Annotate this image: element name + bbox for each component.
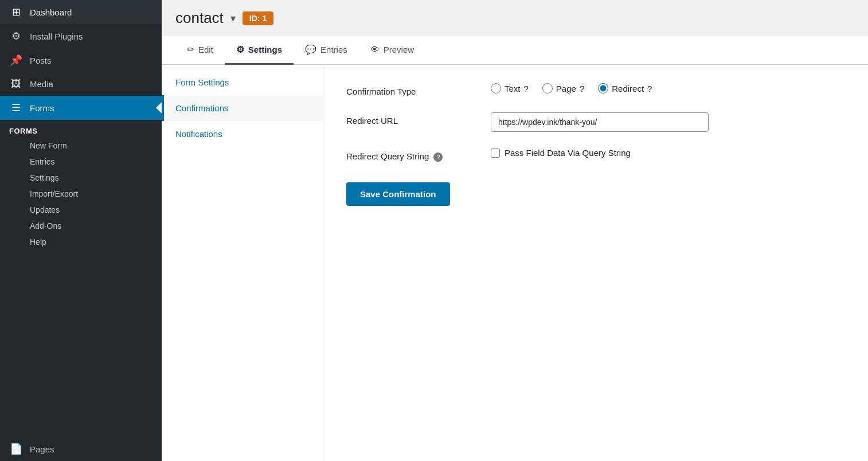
radio-page-input[interactable] — [542, 83, 553, 93]
tab-edit[interactable]: ✏ Edit — [175, 36, 225, 65]
sidebar-sub-updates[interactable]: Updates — [0, 202, 162, 218]
radio-redirect-label: Redirect — [612, 84, 644, 93]
confirmation-type-row: Confirmation Type Text ? Page ? — [346, 83, 845, 96]
gear-icon: ⚙ — [9, 30, 23, 42]
sidebar-item-label: Media — [30, 79, 53, 89]
preview-icon: 👁 — [370, 45, 380, 55]
pages-icon: 📄 — [9, 443, 23, 455]
radio-text-input[interactable] — [491, 83, 501, 93]
sidebar-sub-add-ons[interactable]: Add-Ons — [0, 218, 162, 234]
settings-nav-form-settings[interactable]: Form Settings — [162, 69, 323, 95]
page-help-icon[interactable]: ? — [580, 84, 584, 93]
sidebar-item-forms[interactable]: ☰ Forms — [0, 96, 162, 120]
tab-entries[interactable]: 💬 Entries — [294, 36, 359, 65]
redirect-url-value — [491, 112, 709, 132]
radio-redirect[interactable]: Redirect ? — [598, 83, 652, 93]
chevron-down-icon[interactable]: ▾ — [230, 12, 236, 25]
save-confirmation-row: Save Confirmation — [346, 178, 845, 206]
sidebar-item-dashboard[interactable]: ⊞ Dashboard — [0, 0, 162, 24]
tab-settings[interactable]: ⚙ Settings — [225, 36, 294, 65]
redirect-query-string-row: Redirect Query String ? Pass Field Data … — [346, 148, 845, 162]
radio-text[interactable]: Text ? — [491, 83, 529, 93]
sidebar-item-media[interactable]: 🖼 Media — [0, 72, 162, 96]
confirmation-type-options: Text ? Page ? Redirect ? — [491, 83, 652, 93]
content-area: Form Settings Confirmations Notification… — [162, 65, 868, 461]
sidebar: ⊞ Dashboard ⚙ Install Plugins 📌 Posts 🖼 … — [0, 0, 162, 461]
dashboard-icon: ⊞ — [9, 6, 23, 18]
radio-page-label: Page — [556, 84, 576, 93]
settings-nav-notifications[interactable]: Notifications — [162, 121, 323, 147]
settings-icon: ⚙ — [236, 44, 244, 55]
pass-field-data-label: Pass Field Data Via Query String — [505, 148, 631, 158]
confirmation-type-label: Confirmation Type — [346, 83, 472, 96]
form-id-badge: ID: 1 — [243, 11, 273, 25]
radio-text-label: Text — [505, 84, 521, 93]
radio-redirect-input[interactable] — [598, 83, 608, 93]
forms-icon: ☰ — [9, 101, 23, 114]
settings-nav: Form Settings Confirmations Notification… — [162, 65, 323, 461]
redirect-url-row: Redirect URL — [346, 112, 845, 132]
sidebar-sub-help[interactable]: Help — [0, 234, 162, 250]
tab-preview[interactable]: 👁 Preview — [359, 36, 425, 65]
edit-icon: ✏ — [187, 44, 194, 55]
sidebar-item-label: Posts — [30, 56, 52, 65]
pass-field-data-checkbox-label[interactable]: Pass Field Data Via Query String — [491, 148, 631, 158]
settings-panel: Confirmation Type Text ? Page ? — [323, 65, 868, 461]
main-panel: contact ▾ ID: 1 ✏ Edit ⚙ Settings 💬 Entr… — [162, 0, 868, 461]
form-title: contact — [175, 9, 224, 27]
redirect-query-string-label: Redirect Query String ? — [346, 148, 472, 162]
sidebar-sub-entries[interactable]: Entries — [0, 154, 162, 170]
sidebar-item-pages[interactable]: 📄 Pages — [0, 437, 162, 461]
sidebar-item-label: Install Plugins — [30, 32, 83, 41]
entries-icon: 💬 — [305, 44, 316, 55]
save-confirmation-button[interactable]: Save Confirmation — [346, 182, 450, 206]
sidebar-item-label: Forms — [30, 103, 54, 113]
sidebar-item-install-plugins[interactable]: ⚙ Install Plugins — [0, 24, 162, 48]
posts-icon: 📌 — [9, 54, 23, 67]
query-string-help-icon[interactable]: ? — [433, 153, 443, 162]
radio-page[interactable]: Page ? — [542, 83, 584, 93]
media-icon: 🖼 — [9, 78, 23, 90]
text-help-icon[interactable]: ? — [524, 84, 529, 93]
sidebar-item-label: Pages — [30, 444, 54, 454]
sidebar-item-label: Dashboard — [30, 7, 72, 17]
redirect-url-label: Redirect URL — [346, 112, 472, 126]
redirect-query-string-value: Pass Field Data Via Query String — [491, 148, 631, 158]
settings-nav-confirmations[interactable]: Confirmations — [162, 95, 323, 121]
sidebar-sub-import-export[interactable]: Import/Export — [0, 186, 162, 202]
sidebar-sub-settings[interactable]: Settings — [0, 170, 162, 186]
redirect-url-input[interactable] — [491, 112, 709, 132]
sidebar-sub-new-form[interactable]: New Form — [0, 138, 162, 154]
tabs-bar: ✏ Edit ⚙ Settings 💬 Entries 👁 Preview — [162, 36, 868, 65]
redirect-help-icon[interactable]: ? — [647, 84, 652, 93]
sidebar-item-posts[interactable]: 📌 Posts — [0, 48, 162, 72]
forms-section-label: Forms — [0, 120, 162, 138]
pass-field-data-checkbox[interactable] — [491, 149, 500, 158]
page-header: contact ▾ ID: 1 — [162, 0, 868, 36]
